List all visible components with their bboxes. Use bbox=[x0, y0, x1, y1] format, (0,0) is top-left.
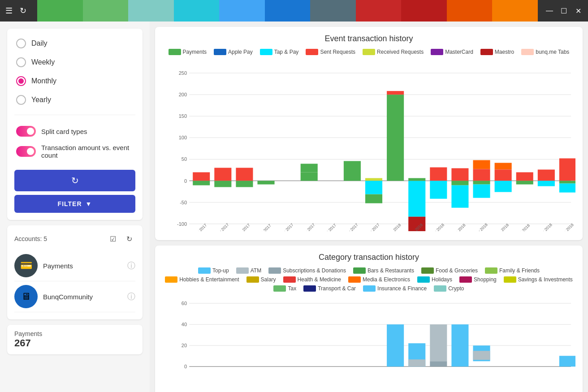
legend-label-receivedrequests: Received Requests bbox=[377, 49, 424, 55]
svg-text:May 2017: May 2017 bbox=[214, 222, 230, 231]
refresh-button[interactable]: ↻ bbox=[14, 170, 135, 191]
checkbox-icon[interactable]: ☑ bbox=[107, 233, 119, 245]
radio-circle-daily bbox=[16, 39, 26, 48]
legend-label-insurance: Insurance & Finance bbox=[377, 285, 427, 292]
bar bbox=[451, 168, 468, 181]
minimize-button[interactable]: — bbox=[545, 6, 554, 15]
close-button[interactable]: ✕ bbox=[574, 6, 583, 15]
bar bbox=[559, 158, 575, 181]
svg-text:150: 150 bbox=[179, 113, 187, 119]
legend-mastercard: MasterCard bbox=[431, 49, 473, 55]
legend-receivedrequests: Received Requests bbox=[363, 49, 424, 55]
stats-value: 267 bbox=[14, 337, 135, 349]
legend-label-savings: Savings & Investments bbox=[518, 276, 573, 283]
svg-text:Jul 2017: Jul 2017 bbox=[258, 223, 272, 231]
radio-daily[interactable]: Daily bbox=[14, 36, 135, 51]
payments-info-icon[interactable]: ⓘ bbox=[127, 260, 135, 271]
svg-text:100: 100 bbox=[179, 135, 187, 140]
legend-color-receivedrequests bbox=[363, 49, 375, 55]
legend-color-media bbox=[348, 276, 361, 283]
legend-salary: Salary bbox=[246, 276, 276, 283]
legend-label-crypto: Crypto bbox=[448, 285, 464, 292]
refresh-icon-btn: ↻ bbox=[71, 175, 79, 186]
legend-label-topup: Top-up bbox=[212, 267, 229, 274]
radio-label-weekly: Weekly bbox=[31, 58, 55, 66]
legend-color-payments bbox=[169, 49, 181, 55]
cat-bar bbox=[473, 351, 490, 360]
legend-family: Family & Friends bbox=[485, 267, 540, 274]
bar bbox=[193, 181, 210, 185]
refresh-icon[interactable]: ↻ bbox=[20, 6, 26, 16]
legend-health: Health & Medicine bbox=[283, 276, 341, 283]
legend-label-family: Family & Friends bbox=[499, 267, 540, 274]
svg-text:60: 60 bbox=[182, 301, 187, 306]
bar bbox=[473, 169, 490, 181]
legend-color-mastercard bbox=[431, 49, 443, 55]
legend-applepay: Apple Pay bbox=[214, 49, 253, 55]
account-bunqcommunity: 🖥 BunqCommunity ⓘ bbox=[14, 281, 135, 312]
menu-icon[interactable]: ☰ bbox=[5, 6, 13, 16]
legend-color-tax bbox=[273, 285, 286, 292]
legend-tappay: Tap & Pay bbox=[260, 49, 299, 55]
legend-atm: ATM bbox=[236, 267, 261, 274]
bar bbox=[387, 95, 404, 181]
radio-monthly[interactable]: Monthly bbox=[14, 73, 135, 89]
bunqcommunity-name: BunqCommunity bbox=[43, 293, 122, 301]
bar bbox=[430, 181, 447, 199]
svg-text:0: 0 bbox=[184, 178, 187, 184]
sidebar: Daily Weekly Monthly Yearly S bbox=[0, 22, 150, 392]
svg-text:20: 20 bbox=[182, 343, 187, 348]
split-card-label: Split card types bbox=[41, 128, 87, 135]
svg-text:Jul 2018: Jul 2018 bbox=[517, 223, 531, 231]
bar bbox=[473, 185, 490, 198]
bar bbox=[301, 164, 318, 172]
legend-bars: Bars & Restaurants bbox=[353, 267, 414, 274]
cat-bar bbox=[559, 356, 575, 366]
svg-text:200: 200 bbox=[179, 92, 187, 97]
legend-label-atm: ATM bbox=[251, 267, 261, 274]
legend-bunqmetabs: bunq.me Tabs bbox=[521, 49, 569, 55]
bar bbox=[236, 181, 253, 187]
tx-amount-label: Transaction amount vs. event count bbox=[41, 144, 134, 159]
bunqcommunity-info-icon[interactable]: ⓘ bbox=[127, 291, 135, 302]
cat-bar bbox=[430, 324, 447, 361]
filter-button[interactable]: FILTER ▼ bbox=[14, 195, 135, 213]
legend-color-bars bbox=[353, 267, 366, 274]
split-card-toggle[interactable] bbox=[16, 126, 36, 137]
tx-amount-toggle[interactable] bbox=[16, 146, 36, 157]
main-layout: Daily Weekly Monthly Yearly S bbox=[0, 22, 588, 392]
split-card-toggle-row: Split card types bbox=[14, 122, 135, 140]
legend-label-applepay: Apple Pay bbox=[228, 49, 253, 55]
bar bbox=[559, 184, 575, 193]
legend-label-holidays: Holidays bbox=[432, 276, 452, 283]
legend-color-health bbox=[283, 276, 296, 283]
legend-label-tappay: Tap & Pay bbox=[274, 49, 299, 55]
legend-color-crypto bbox=[434, 285, 446, 292]
legend-color-subscriptions bbox=[268, 267, 281, 274]
accounts-refresh-icon[interactable]: ↻ bbox=[123, 233, 135, 245]
radio-circle-monthly bbox=[16, 76, 26, 86]
legend-hobbies: Hobbies & Entertainment bbox=[165, 276, 239, 283]
legend-topup: Top-up bbox=[198, 267, 229, 274]
maximize-button[interactable]: ☐ bbox=[559, 6, 568, 15]
payments-name: Payments bbox=[43, 262, 122, 270]
bar bbox=[451, 185, 468, 208]
legend-color-sentrequests bbox=[306, 49, 318, 55]
bar bbox=[473, 160, 490, 169]
radio-weekly[interactable]: Weekly bbox=[14, 55, 135, 70]
legend-color-insurance bbox=[363, 285, 376, 292]
titlebar: ☰ ↻ — ☐ ✕ bbox=[0, 0, 588, 22]
legend-color-transport bbox=[303, 285, 316, 292]
content-area: Event transaction history Payments Apple… bbox=[150, 22, 588, 392]
legend-crypto: Crypto bbox=[434, 285, 464, 292]
bar bbox=[559, 181, 575, 184]
radio-circle-weekly bbox=[16, 57, 26, 67]
color-palette bbox=[37, 0, 538, 22]
legend-label-salary: Salary bbox=[261, 276, 276, 283]
legend-media: Media & Electronics bbox=[348, 276, 410, 283]
radio-yearly[interactable]: Yearly bbox=[14, 92, 135, 108]
bar bbox=[495, 163, 512, 169]
radio-group: Daily Weekly Monthly Yearly bbox=[14, 36, 135, 108]
event-chart-title: Event transaction history bbox=[162, 34, 575, 43]
accounts-card: Accounts: 5 ☑ ↻ 💳 Payments ⓘ 🖥 BunqCommu… bbox=[7, 225, 143, 319]
